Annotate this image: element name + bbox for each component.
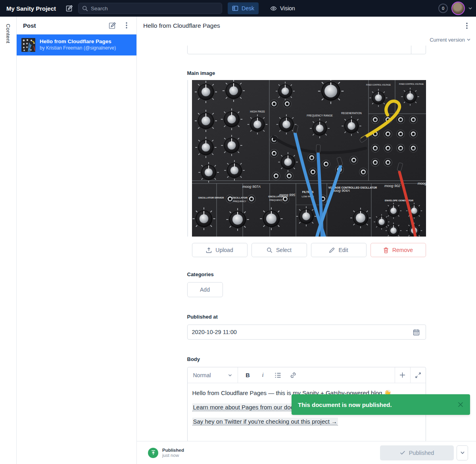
publish-status-text: Published just now	[162, 448, 184, 458]
published-button[interactable]: Published	[380, 445, 454, 460]
desk-icon	[232, 5, 238, 11]
chevron-down-icon	[228, 374, 232, 376]
kebab-menu-icon	[466, 23, 468, 29]
project-title: My Sanity Project	[6, 5, 56, 12]
link-icon	[290, 372, 296, 378]
svg-text:OSCILLATOR: OSCILLATOR	[232, 196, 248, 199]
publish-icon	[148, 448, 158, 458]
check-icon	[400, 451, 405, 455]
publish-actions-menu-button[interactable]	[457, 445, 468, 460]
chevron-down-icon	[467, 38, 470, 41]
compose-icon	[109, 22, 116, 29]
publish-status-time: just now	[162, 453, 184, 458]
list-item-thumbnail	[21, 38, 35, 52]
publish-status-title: Published	[162, 448, 184, 453]
svg-text:OSCILLATOR: OSCILLATOR	[268, 195, 284, 198]
sanity-studio: My Sanity Project Desk Vision 0	[0, 0, 476, 464]
image-actions: Upload Select Edit	[192, 243, 426, 257]
select-button[interactable]: Select	[251, 243, 307, 257]
main-image-label: Main image	[187, 70, 426, 76]
add-category-button[interactable]: Add	[187, 282, 223, 297]
svg-text:moog 907A: moog 907A	[242, 185, 260, 189]
cropped-field-input[interactable]	[187, 46, 426, 54]
text-style-select[interactable]: Normal	[188, 367, 238, 383]
body-toolbar: Normal B i	[188, 367, 426, 383]
bold-button[interactable]: B	[241, 369, 255, 382]
tab-vision[interactable]: Vision	[266, 2, 299, 14]
search-icon	[82, 6, 88, 11]
svg-text:FREQUENCY: FREQUENCY	[269, 199, 283, 201]
bullet-list-button[interactable]	[271, 369, 285, 382]
search-bar[interactable]	[78, 3, 222, 14]
list-item-text: Hello from Cloudflare Pages by Kristian …	[40, 38, 116, 51]
trash-icon	[383, 247, 389, 253]
tab-desk-label: Desk	[242, 5, 254, 11]
main-image-field: HIGH PASS FREQUENCY RANGE REGENERATION F…	[187, 80, 426, 237]
close-icon[interactable]	[457, 401, 464, 408]
content-rail-label: Content	[5, 24, 11, 43]
content-rail[interactable]: Content	[0, 17, 17, 464]
svg-text:moog 902: moog 902	[384, 184, 400, 188]
calendar-icon	[413, 329, 420, 336]
insert-block-button[interactable]	[395, 367, 410, 383]
expand-icon	[415, 372, 421, 378]
link-button[interactable]	[286, 369, 300, 382]
eye-icon	[270, 5, 277, 12]
categories-label: Categories	[187, 271, 426, 277]
svg-text:FIXED CONTROL VOLTAGE: FIXED CONTROL VOLTAGE	[366, 84, 390, 86]
top-navbar: My Sanity Project Desk Vision 0	[0, 0, 476, 17]
document-footer: Published just now Published	[137, 441, 476, 464]
search-icon	[267, 247, 273, 253]
svg-text:FREQUENCY RANGE: FREQUENCY RANGE	[307, 114, 333, 117]
tab-desk[interactable]: Desk	[228, 2, 259, 14]
document-menu-button[interactable]	[461, 20, 473, 32]
publish-status-chip[interactable]: Published just now	[148, 448, 184, 458]
chevron-down-icon[interactable]	[468, 7, 472, 10]
upload-icon	[206, 247, 212, 253]
document-editor-pane: Hello from Cloudflare Pages Current vers…	[137, 17, 476, 464]
list-menu-button[interactable]	[121, 19, 132, 31]
list-pane-header: Post	[17, 17, 136, 34]
document-title: Hello from Cloudflare Pages	[143, 22, 220, 29]
remove-button[interactable]: Remove	[370, 243, 426, 257]
create-new-button[interactable]	[106, 19, 118, 31]
pencil-icon	[329, 247, 335, 253]
list-item-title: Hello from Cloudflare Pages	[40, 38, 116, 45]
svg-text:OSCILLATOR DRIVER: OSCILLATOR DRIVER	[198, 196, 224, 199]
svg-text:FREQUENCY: FREQUENCY	[233, 200, 246, 202]
tab-vision-label: Vision	[280, 5, 295, 11]
svg-text:moog: moog	[417, 181, 426, 185]
svg-text:VOLTAGE CONTROLLED OSCILLATOR: VOLTAGE CONTROLLED OSCILLATOR	[328, 186, 377, 189]
status-count-badge[interactable]: 0	[438, 4, 448, 13]
published-at-label: Published at	[187, 314, 426, 320]
list-item-hello-from-cloudflare-pages[interactable]: Hello from Cloudflare Pages by Kristian …	[17, 34, 136, 55]
bullet-list-icon	[275, 372, 281, 378]
list-pane-title: Post	[23, 22, 36, 29]
expand-editor-button[interactable]	[410, 367, 426, 383]
document-header: Hello from Cloudflare Pages	[137, 17, 476, 34]
italic-button[interactable]: i	[256, 369, 270, 382]
calendar-button[interactable]	[412, 327, 421, 337]
edit-button[interactable]: Edit	[311, 243, 367, 257]
published-at-input[interactable]	[192, 329, 412, 335]
document-form-scroll[interactable]: Main image	[137, 45, 476, 441]
svg-text:FIXED CONTROL VOLTAGE: FIXED CONTROL VOLTAGE	[399, 83, 423, 85]
body-label: Body	[187, 356, 426, 362]
new-document-button[interactable]	[64, 3, 75, 14]
upload-button[interactable]: Upload	[192, 243, 248, 257]
version-selector[interactable]: Current version	[430, 37, 470, 43]
compose-icon	[66, 5, 73, 12]
svg-text:HIGH PASS: HIGH PASS	[250, 110, 265, 113]
avatar[interactable]	[451, 2, 465, 15]
svg-text:REGENERATION: REGENERATION	[341, 112, 362, 115]
body-link-twitter[interactable]: Say hey on Twitter if you're checking ou…	[192, 418, 338, 426]
plus-icon	[399, 372, 405, 378]
document-list-pane: Post	[17, 17, 137, 464]
main-image-photo[interactable]: HIGH PASS FREQUENCY RANGE REGENERATION F…	[192, 80, 426, 237]
kebab-menu-icon	[126, 22, 127, 29]
svg-text:ENVELOPE GENERATOR: ENVELOPE GENERATOR	[384, 199, 413, 202]
navbar-right: 0	[438, 2, 476, 15]
search-input[interactable]	[91, 6, 218, 11]
published-at-field	[187, 325, 426, 340]
toast-message: This document is now published.	[298, 401, 392, 408]
